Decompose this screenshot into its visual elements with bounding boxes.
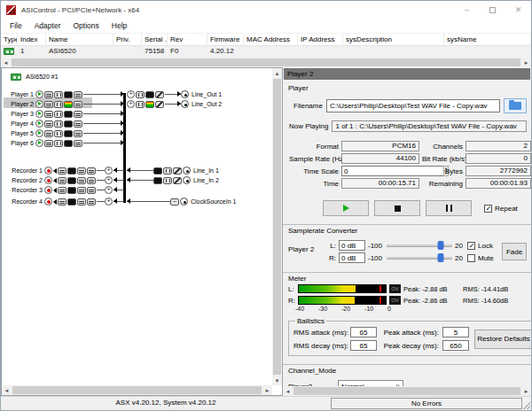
volume-icon[interactable] (74, 111, 82, 118)
tree-node-recorder-3[interactable]: Recorder 3 (2, 185, 124, 195)
play-icon[interactable] (35, 120, 43, 128)
left-gain-slider[interactable] (387, 240, 452, 251)
close-button[interactable]: ✕ (505, 1, 531, 19)
volume-icon[interactable] (58, 187, 66, 194)
scroll-thumb[interactable] (273, 79, 281, 375)
pause-button[interactable] (426, 200, 472, 216)
col-type[interactable]: Type (1, 34, 18, 45)
menu-file[interactable]: File (4, 21, 28, 30)
tree-node-player-4[interactable]: Player 4 (2, 119, 124, 128)
tree-node-line-in-2[interactable]: Line_In 2 (127, 175, 219, 185)
tree-adapter-node[interactable]: ASI6520 #1 (11, 72, 59, 81)
input-node-icon[interactable] (180, 198, 188, 206)
rms-decay-input[interactable] (350, 340, 377, 351)
fader-icon[interactable] (136, 91, 145, 98)
meter-icon[interactable] (64, 140, 73, 147)
volume-icon[interactable] (74, 101, 82, 108)
menu-help[interactable]: Help (106, 21, 133, 30)
record-icon[interactable] (44, 167, 52, 174)
scroll-right-icon[interactable]: ▸ (521, 386, 531, 396)
scroll-thumb[interactable] (12, 58, 520, 66)
col-name[interactable]: Name (46, 34, 113, 45)
minimize-button[interactable]: – (454, 1, 480, 19)
col-firmware[interactable]: Firmware (207, 34, 244, 45)
attenuator-icon[interactable] (155, 101, 164, 108)
attenuator-icon[interactable] (155, 91, 164, 98)
play-icon[interactable] (35, 110, 43, 118)
sum-icon[interactable] (127, 90, 135, 98)
tree-node-recorder-2[interactable]: Recorder 2 (2, 175, 124, 185)
play-icon[interactable] (35, 129, 43, 137)
meter-icon[interactable] (145, 101, 154, 108)
maximize-button[interactable] (480, 1, 505, 19)
scroll-right-icon[interactable]: ▸ (521, 58, 531, 67)
input-node-icon[interactable] (183, 176, 191, 184)
meter-icon[interactable] (67, 198, 76, 206)
right-gain-input[interactable] (339, 252, 365, 263)
meter-icon[interactable] (67, 187, 76, 194)
record-icon[interactable] (44, 186, 52, 194)
meter-icon[interactable] (153, 167, 162, 174)
src-icon[interactable] (44, 91, 53, 98)
meter-icon[interactable] (64, 120, 73, 128)
scroll-left-icon[interactable]: ◂ (283, 386, 293, 396)
fader-icon[interactable] (163, 167, 172, 174)
peak-attack-input[interactable] (442, 327, 469, 337)
menu-options[interactable]: Options (66, 21, 105, 30)
scroll-right-icon[interactable]: ▸ (262, 385, 272, 395)
attenuator-icon[interactable] (173, 167, 182, 174)
src-icon[interactable] (87, 177, 96, 184)
sum-icon[interactable] (105, 167, 113, 174)
col-sysdescription[interactable]: sysDescription (343, 34, 444, 45)
src-icon[interactable] (44, 130, 53, 137)
meter-icon[interactable] (64, 111, 73, 118)
sum-icon[interactable] (105, 186, 113, 194)
restore-defaults-button[interactable]: Restore Defaults (474, 330, 531, 349)
scroll-up-icon[interactable]: ▴ (272, 68, 282, 78)
col-serial[interactable]: Serial ... (142, 34, 168, 45)
stop-button[interactable] (374, 200, 420, 216)
attenuator-icon[interactable] (173, 177, 182, 184)
output-node-icon[interactable] (181, 100, 189, 108)
col-priv[interactable]: Priv. (113, 34, 142, 45)
right-gain-slider[interactable] (387, 252, 452, 263)
menu-adapter[interactable]: Adapter (28, 21, 67, 30)
col-mac[interactable]: MAC Address (244, 34, 298, 45)
col-index[interactable]: Index (18, 34, 46, 45)
rms-attack-input[interactable] (350, 327, 377, 337)
play-icon[interactable] (35, 139, 43, 147)
fade-button[interactable]: Fade (502, 243, 527, 260)
fader-icon[interactable] (54, 91, 63, 98)
volume-icon[interactable] (74, 120, 82, 128)
meter-icon[interactable] (64, 130, 73, 137)
repeat-checkbox[interactable] (484, 205, 492, 213)
tree-node-recorder-4[interactable]: Recorder 4 (2, 197, 124, 206)
src-icon[interactable] (87, 198, 96, 206)
resize-grip-icon[interactable] (523, 402, 530, 409)
sum-icon[interactable] (105, 198, 113, 206)
output-node-icon[interactable] (181, 90, 189, 98)
tree-node-line-in-1[interactable]: Line_In 1 (127, 166, 219, 175)
fader-icon[interactable] (54, 101, 63, 108)
record-icon[interactable] (44, 198, 52, 206)
fader-icon[interactable] (163, 177, 172, 184)
volume-icon[interactable] (58, 177, 66, 184)
col-ip[interactable]: IP Address (298, 34, 343, 45)
peak-decay-input[interactable] (442, 340, 469, 351)
scroll-thumb[interactable] (293, 387, 520, 395)
scroll-thumb[interactable] (12, 386, 262, 394)
tree-node-recorder-1[interactable]: Recorder 1 (2, 166, 124, 175)
lock-checkbox[interactable] (467, 242, 475, 250)
meter-icon[interactable] (64, 91, 73, 98)
fader-icon[interactable] (54, 140, 63, 147)
volume-icon[interactable] (58, 167, 66, 174)
sum-icon[interactable] (105, 176, 113, 184)
browse-button[interactable] (504, 98, 527, 113)
fader-icon[interactable] (54, 130, 63, 137)
volume-icon[interactable] (74, 140, 82, 147)
src-icon[interactable] (44, 111, 53, 118)
play-button[interactable] (323, 200, 369, 216)
play-icon[interactable] (35, 90, 43, 98)
input-node-icon[interactable] (183, 167, 191, 174)
tree-node-player-1[interactable]: Player 1 (2, 89, 124, 99)
